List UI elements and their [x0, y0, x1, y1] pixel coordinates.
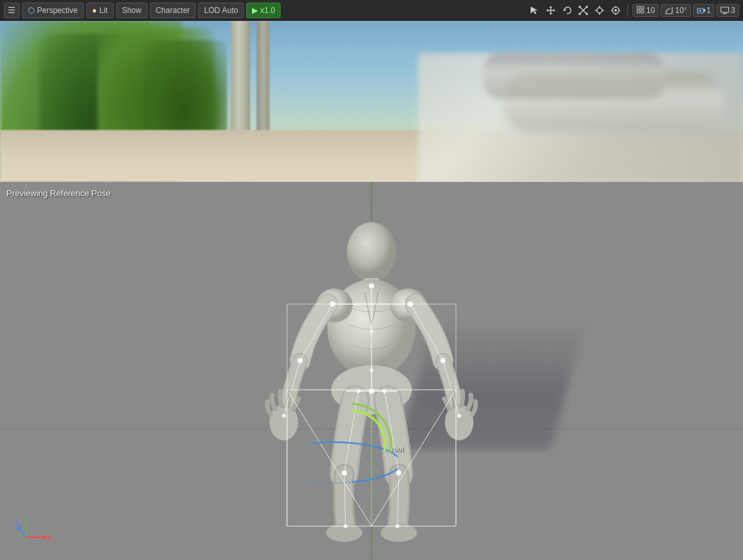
- transform-tool-button[interactable]: [592, 3, 607, 18]
- move-tool-button[interactable]: [544, 3, 558, 18]
- svg-marker-7: [563, 8, 566, 11]
- svg-marker-5: [546, 9, 548, 12]
- character-svg: [242, 208, 501, 546]
- angle-icon: [664, 6, 674, 15]
- status-text: Previewing Reference Pose: [6, 188, 110, 198]
- advanced-transform-button[interactable]: [609, 3, 623, 18]
- perspective-label: Perspective: [37, 6, 78, 15]
- svg-point-61: [370, 329, 373, 333]
- svg-marker-90: [43, 535, 47, 540]
- svg-point-69: [457, 414, 461, 418]
- svg-rect-11: [579, 6, 581, 8]
- show-button[interactable]: Show: [116, 3, 147, 18]
- gizmo-svg: [307, 398, 397, 489]
- car-2: [483, 53, 665, 99]
- svg-point-20: [614, 9, 617, 12]
- svg-point-31: [699, 10, 701, 12]
- svg-rect-32: [721, 7, 729, 12]
- select-tool-button[interactable]: [527, 3, 542, 18]
- transform-icon: [594, 5, 605, 16]
- svg-point-39: [347, 222, 396, 282]
- svg-point-66: [297, 358, 303, 363]
- grid-value: 10: [646, 6, 655, 15]
- lod-label: LOD Auto: [204, 6, 238, 15]
- camera-button[interactable]: 1: [693, 4, 715, 17]
- svg-text:X: X: [47, 535, 51, 541]
- svg-point-68: [282, 414, 286, 418]
- svg-point-67: [440, 358, 446, 363]
- svg-rect-28: [641, 10, 644, 13]
- svg-text:Z: Z: [15, 520, 19, 526]
- svg-point-14: [597, 8, 602, 13]
- hamburger-icon: ☰: [8, 5, 16, 15]
- screen-value: 3: [731, 6, 735, 15]
- camera-icon: [697, 6, 705, 14]
- svg-point-60: [369, 283, 374, 288]
- lit-button[interactable]: ● Lit: [86, 3, 114, 18]
- scale-tool-button[interactable]: [576, 3, 590, 18]
- character-label: Character: [156, 6, 190, 15]
- hamburger-menu-button[interactable]: ☰: [4, 3, 19, 18]
- svg-rect-12: [586, 6, 588, 8]
- rotate-icon: [562, 5, 572, 16]
- svg-marker-0: [531, 6, 538, 14]
- background-sky: [0, 21, 743, 182]
- axis-gizmo-svg: Z X: [13, 508, 52, 547]
- svg-marker-3: [549, 6, 552, 8]
- svg-rect-13: [579, 13, 581, 15]
- angle-value: 10°: [675, 6, 686, 15]
- play-button[interactable]: ▶ x1.0: [246, 3, 281, 18]
- status-label: Previewing Reference Pose: [6, 188, 110, 198]
- separator-1: [627, 4, 628, 17]
- screen-icon: [720, 6, 729, 14]
- perspective-button[interactable]: ⬡ Perspective: [22, 3, 84, 18]
- svg-rect-26: [641, 6, 644, 9]
- perspective-icon: ⬡: [28, 6, 34, 15]
- 3d-ground: root Previewing Reference Pose: [0, 182, 743, 560]
- svg-rect-27: [637, 10, 640, 13]
- svg-marker-6: [553, 9, 555, 12]
- lit-label: Lit: [99, 6, 108, 15]
- angle-button[interactable]: 10°: [661, 4, 690, 17]
- arrow-icon: [529, 5, 540, 16]
- lit-icon: ●: [92, 6, 97, 15]
- screen-button[interactable]: 3: [716, 4, 739, 17]
- show-label: Show: [122, 6, 142, 15]
- character-container: [242, 208, 501, 546]
- toolbar: ☰ ⬡ Perspective ● Lit Show Character LOD…: [0, 0, 743, 21]
- rotate-tool-button[interactable]: [560, 3, 574, 18]
- character-button[interactable]: Character: [150, 3, 196, 18]
- camera-value: 1: [707, 6, 711, 15]
- svg-point-62: [370, 368, 373, 372]
- grid-button[interactable]: 10: [633, 4, 659, 17]
- axis-gizmo: Z X: [13, 508, 52, 547]
- grid-icon: [636, 6, 645, 14]
- svg-marker-4: [549, 13, 552, 15]
- play-label: ▶ x1.0: [252, 6, 275, 15]
- scale-icon: [578, 5, 588, 16]
- svg-rect-10: [586, 13, 588, 15]
- move-icon: [546, 5, 556, 16]
- right-tools: 10 10° 1 3: [527, 3, 739, 18]
- advanced-transform-icon: [611, 5, 621, 16]
- viewport[interactable]: root Previewing Reference Pose: [0, 21, 743, 560]
- lod-button[interactable]: LOD Auto: [198, 3, 244, 18]
- rotation-gizmo: [307, 398, 391, 482]
- svg-rect-25: [637, 6, 640, 9]
